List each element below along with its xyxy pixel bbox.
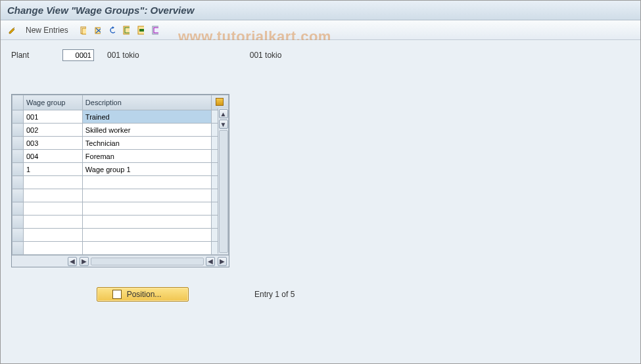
column-header-description[interactable]: Description (82, 95, 211, 110)
table-row (12, 189, 229, 202)
scroll-right-end-icon[interactable]: ▶ (218, 257, 227, 266)
wage-group-cell[interactable] (24, 176, 82, 189)
table-row (12, 150, 229, 163)
scroll-up-icon[interactable]: ▲ (219, 109, 228, 118)
description-cell[interactable] (83, 189, 211, 202)
wage-group-cell[interactable] (24, 189, 82, 202)
wage-group-cell[interactable] (24, 137, 82, 149)
select-all-header[interactable] (12, 95, 24, 110)
svg-rect-9 (139, 29, 144, 32)
toolbar: New Entries (1, 20, 640, 40)
scroll-right-icon[interactable]: ▶ (80, 257, 89, 266)
description-cell[interactable] (83, 163, 211, 175)
description-cell[interactable] (83, 242, 211, 254)
plant-row: Plant 001 tokio 001 tokio (11, 49, 630, 61)
vertical-scroll-track[interactable] (219, 130, 228, 253)
horizontal-scroll-track[interactable] (91, 258, 204, 265)
table-row (12, 137, 229, 150)
scroll-down-icon[interactable]: ▼ (219, 120, 228, 129)
table-row (12, 163, 229, 176)
description-cell[interactable] (83, 110, 211, 123)
table-row (12, 229, 229, 242)
wage-group-cell[interactable] (24, 242, 82, 254)
row-selector[interactable] (12, 110, 24, 124)
row-selector[interactable] (12, 242, 24, 255)
position-button[interactable]: Position... (97, 287, 189, 302)
table-row (12, 110, 229, 124)
plant-input[interactable] (62, 49, 94, 61)
wage-group-cell[interactable] (24, 216, 82, 228)
row-selector[interactable] (12, 202, 24, 216)
table-header-row: Wage group Description (12, 95, 229, 110)
plant-label: Plant (11, 51, 51, 60)
scroll-left-end-icon[interactable]: ◀ (206, 257, 215, 266)
svg-rect-1 (82, 28, 86, 34)
wage-group-table: Wage group Description ▲ ▼ ◀ ▶ ◀ ▶ (11, 94, 229, 267)
plant-description-1: 001 tokio (107, 51, 139, 60)
wage-group-cell[interactable] (24, 124, 82, 136)
select-block-icon[interactable] (135, 25, 146, 35)
content-area: Plant 001 tokio 001 tokio Wage group Des… (1, 40, 640, 363)
table-row (12, 202, 229, 216)
column-header-wage-group[interactable]: Wage group (23, 95, 82, 110)
description-cell[interactable] (83, 229, 211, 241)
row-selector[interactable] (12, 150, 24, 163)
table-row (12, 124, 229, 137)
row-selector[interactable] (12, 189, 24, 202)
svg-marker-5 (112, 26, 114, 29)
position-icon (112, 290, 122, 299)
scroll-left-icon[interactable]: ◀ (68, 257, 77, 266)
deselect-all-icon[interactable] (150, 25, 160, 35)
position-button-label: Position... (127, 290, 162, 299)
description-cell[interactable] (83, 150, 211, 162)
wage-group-cell[interactable] (24, 202, 82, 215)
copy-as-icon[interactable] (78, 25, 88, 35)
description-cell[interactable] (83, 176, 211, 189)
wage-group-cell[interactable] (24, 110, 82, 123)
footer-row: Position... Entry 1 of 5 (11, 287, 630, 302)
row-selector[interactable] (12, 216, 24, 229)
table-row (12, 242, 229, 255)
row-selector[interactable] (12, 229, 24, 242)
wage-group-cell[interactable] (24, 163, 82, 175)
wage-group-cell[interactable] (24, 229, 82, 241)
table-row (12, 216, 229, 229)
vertical-scrollbar[interactable]: ▲ ▼ (218, 108, 228, 254)
description-cell[interactable] (83, 202, 211, 215)
select-all-icon[interactable] (121, 25, 131, 35)
page-title: Change View "Wage Groups": Overview (1, 1, 640, 20)
toggle-display-change-icon[interactable] (6, 25, 16, 35)
row-selector[interactable] (12, 176, 24, 189)
table-row (12, 176, 229, 189)
horizontal-scrollbar[interactable]: ◀ ▶ ◀ ▶ (12, 255, 229, 267)
row-selector[interactable] (12, 137, 24, 150)
wage-group-cell[interactable] (24, 150, 82, 162)
description-cell[interactable] (83, 124, 211, 136)
row-selector[interactable] (12, 163, 24, 176)
new-entries-button[interactable]: New Entries (20, 24, 74, 36)
row-selector[interactable] (12, 124, 24, 137)
description-cell[interactable] (83, 216, 211, 228)
delete-icon[interactable] (92, 25, 103, 35)
undo-change-icon[interactable] (107, 25, 117, 35)
description-cell[interactable] (83, 137, 211, 149)
table-settings-icon[interactable] (216, 98, 224, 106)
entry-counter-text: Entry 1 of 5 (254, 290, 295, 299)
plant-description-2: 001 tokio (250, 51, 282, 60)
